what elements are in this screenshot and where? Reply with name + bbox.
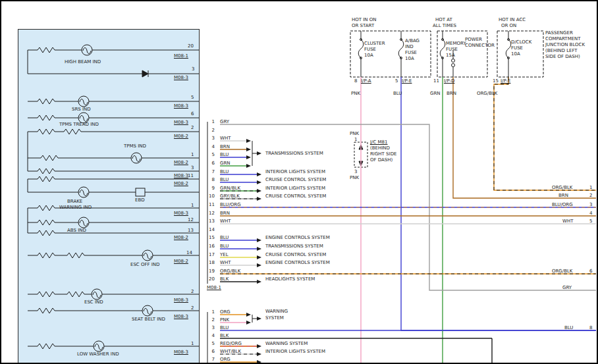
wire-color-label: BLU: [564, 325, 573, 330]
connector-ref-link[interactable]: M08-3: [174, 120, 188, 125]
system-label: WARNING: [265, 309, 288, 314]
indicator-label: BRAKE: [67, 199, 82, 204]
connector-ref-link[interactable]: M08-3: [174, 173, 188, 178]
wire-color-label: ORG/BLK: [477, 91, 497, 96]
fuse-label: CLUSTER: [364, 41, 385, 46]
connector-ref-link[interactable]: M08-2: [174, 160, 188, 165]
fuse-label: 10A: [511, 51, 520, 57]
system-label: INTERIOR LIGHTS SYSTEM: [265, 169, 325, 174]
system-label: WARNING SYSTEM: [265, 341, 308, 346]
connector-ref-link[interactable]: M08-2: [174, 259, 188, 264]
pin-number: 5: [203, 341, 215, 346]
indicator-label: TPMS IND: [124, 143, 146, 149]
wire-color-label: WHT: [220, 136, 231, 141]
pin-number: 7: [203, 169, 215, 174]
pin-number: 3: [203, 325, 215, 330]
wire-color-label: WHT/BLK: [220, 349, 241, 354]
fuse-label: FUSE: [405, 50, 417, 55]
connector-ref-link[interactable]: M08-2: [174, 235, 188, 240]
system-label: ENGINE CONTROLS SYSTEM: [265, 235, 330, 240]
wire-color-label: WHT: [562, 219, 573, 224]
system-label: ENGINE CONTROLS SYSTEM: [265, 260, 330, 265]
connector-ref-link[interactable]: I/P-E: [402, 78, 412, 84]
wire-color-label: PNK: [350, 131, 359, 136]
pin-number: 11: [203, 202, 215, 207]
pin-number: 6: [191, 111, 194, 117]
pin-number: 4: [203, 333, 215, 338]
fuse-label: FUSE: [446, 47, 458, 52]
system-label: TRANSMISSIONS SYSTEM: [265, 151, 323, 156]
bracket-lines: [252, 141, 257, 323]
pin-number: 1: [191, 152, 194, 157]
pin-number: 1: [191, 341, 194, 346]
indicator-label: LOW WASHER IND: [77, 351, 119, 357]
wire-color-label: BLU: [220, 235, 229, 240]
connector-ref-link[interactable]: M08-3: [174, 350, 188, 355]
pin-number: 1: [589, 185, 592, 190]
indicator-label: HIGH BEAM IND: [65, 59, 101, 65]
pin-number: 1: [203, 119, 215, 124]
wire-color-label: ORG/BLK: [552, 185, 572, 190]
indicator-label: ESC IND: [84, 299, 103, 305]
pin-number: 1: [203, 309, 215, 315]
hot-label: HOT AT: [435, 17, 452, 22]
wire-color-label: GRY: [562, 285, 572, 290]
connector-ref-link[interactable]: M08-3: [174, 298, 188, 303]
fuse-label: 10A: [364, 53, 373, 58]
fuse-icon: [440, 31, 445, 77]
connector-ref-link[interactable]: M08-2: [174, 134, 188, 139]
pin-number: 5: [203, 152, 215, 157]
hot-label: HOT IN ACC: [499, 17, 526, 22]
pin-number: 5: [395, 78, 398, 84]
wire-color-label: BRN: [220, 144, 230, 149]
jc-location-label: OF DASH): [370, 157, 393, 163]
connector-ref-link[interactable]: M08-1: [207, 285, 221, 290]
wire-color-label: RED/ORG: [220, 341, 242, 346]
wire-color-label: ORG: [220, 357, 231, 362]
jc-ref-link[interactable]: J/C M81: [370, 140, 387, 145]
pin-number: 10: [203, 194, 215, 199]
system-label: INTERIOR LIGHTS SYSTEM: [265, 349, 325, 354]
indicator-label: WARNING IND: [59, 205, 92, 210]
wiring-svg: [1, 1, 598, 364]
hot-label: OR START: [352, 23, 374, 28]
pin-number: 17: [203, 252, 215, 257]
fuse-label: D/CLOCK: [511, 39, 531, 45]
wire-color-label: GRY/BLK: [220, 194, 240, 199]
connector-ref-link[interactable]: M08-3: [174, 211, 188, 216]
ebd-box: [136, 188, 145, 196]
fuse-label: FUSE: [364, 47, 376, 52]
wire-color-label: BLK: [220, 333, 229, 338]
connector-ref-link[interactable]: I/P-E: [501, 78, 510, 84]
ebd-label: EBD: [135, 197, 145, 203]
wire-color-label: BLU: [220, 244, 229, 249]
connector-ref-link[interactable]: I/P-D: [444, 78, 454, 84]
pin-number: 4: [203, 144, 215, 149]
wire-color-label: YEL: [220, 252, 229, 257]
connector-ref-link[interactable]: M08-3: [174, 103, 188, 109]
pin-number: 19: [203, 269, 215, 274]
pin-number: 6: [203, 349, 215, 354]
indicator-label: ABS IND: [67, 228, 86, 233]
junction-block-label: SIDE OF DASH): [545, 54, 580, 59]
system-label: HEADLIGHTS SYSTEM: [265, 276, 315, 282]
pin-number: 8: [354, 78, 357, 84]
jc-location-label: (BEHIND: [370, 145, 390, 151]
connector-ref-link[interactable]: M08-3: [174, 75, 188, 80]
connector-ref-link[interactable]: M08-2: [174, 181, 188, 186]
pin-number: 15: [203, 235, 215, 240]
power-connector-label: CONNECTOR: [465, 43, 495, 48]
wire-color-label: GRY: [220, 119, 229, 124]
wire-color-label: PNK: [350, 175, 359, 180]
pin-number: 6: [589, 269, 592, 274]
pin-number: 9: [203, 186, 215, 191]
junction-block-label: JUNCTION BLOCK: [545, 42, 585, 47]
wire-color-label: BLU: [220, 177, 229, 182]
pin-number: 18: [203, 260, 215, 265]
connector-ref-link[interactable]: M08-1: [174, 53, 188, 59]
pin-number: 4: [589, 211, 592, 216]
pin-number: 2: [203, 128, 215, 133]
pin-number: 2: [203, 317, 215, 323]
connector-ref-link[interactable]: I/P-A: [361, 78, 371, 84]
connector-ref-link[interactable]: M08-3: [174, 314, 188, 319]
